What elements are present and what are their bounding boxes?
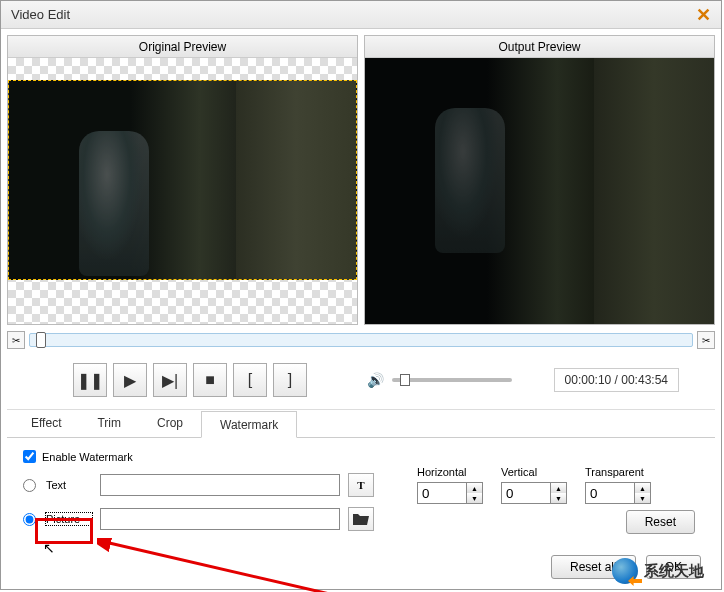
annotation-arrow — [97, 538, 357, 592]
tab-trim[interactable]: Trim — [79, 410, 139, 437]
playback-controls: ❚❚ ▶ ▶| ■ [ ] 🔊 00:00:10 / 00:43:54 — [7, 355, 715, 410]
vertical-down[interactable]: ▼ — [551, 493, 566, 503]
volume-thumb[interactable] — [400, 374, 410, 386]
svg-line-0 — [105, 542, 347, 592]
volume-icon[interactable]: 🔊 — [367, 372, 384, 388]
brand-text: 系统天地 — [644, 562, 704, 581]
timeline-track[interactable] — [29, 333, 693, 347]
text-style-button[interactable]: T — [348, 473, 374, 497]
tab-watermark[interactable]: Watermark — [201, 411, 297, 438]
scissors-right-icon[interactable]: ✂ — [697, 331, 715, 349]
enable-watermark-checkbox[interactable] — [23, 450, 36, 463]
scissors-left-icon[interactable]: ✂ — [7, 331, 25, 349]
original-preview-label: Original Preview — [8, 36, 357, 58]
mark-out-button[interactable]: ] — [273, 363, 307, 397]
horizontal-label: Horizontal — [417, 466, 483, 478]
timecode-display: 00:00:10 / 00:43:54 — [554, 368, 679, 392]
cursor-icon: ↖ — [43, 540, 55, 556]
tab-effect[interactable]: Effect — [13, 410, 79, 437]
enable-watermark-label: Enable Watermark — [42, 451, 133, 463]
text-radio-label: Text — [46, 479, 92, 491]
brand-watermark: 系统天地 — [612, 558, 704, 584]
stop-button[interactable]: ■ — [193, 363, 227, 397]
horizontal-down[interactable]: ▼ — [467, 493, 482, 503]
vertical-up[interactable]: ▲ — [551, 483, 566, 493]
original-preview-body[interactable] — [8, 58, 357, 324]
folder-icon — [352, 512, 370, 526]
text-input[interactable] — [100, 474, 340, 496]
titlebar: Video Edit ✕ — [1, 1, 721, 29]
text-radio[interactable] — [23, 479, 36, 492]
original-preview-box: Original Preview — [7, 35, 358, 325]
mark-in-button[interactable]: [ — [233, 363, 267, 397]
transparent-up[interactable]: ▲ — [635, 483, 650, 493]
close-icon[interactable]: ✕ — [696, 4, 711, 26]
transparent-label: Transparent — [585, 466, 651, 478]
vertical-input[interactable] — [501, 482, 551, 504]
horizontal-up[interactable]: ▲ — [467, 483, 482, 493]
tabs: Effect Trim Crop Watermark — [7, 410, 715, 438]
transparent-input[interactable] — [585, 482, 635, 504]
output-preview-label: Output Preview — [365, 36, 714, 58]
globe-icon — [612, 558, 638, 584]
output-preview-box: Output Preview — [364, 35, 715, 325]
tab-crop[interactable]: Crop — [139, 410, 201, 437]
step-button[interactable]: ▶| — [153, 363, 187, 397]
transparent-down[interactable]: ▼ — [635, 493, 650, 503]
browse-picture-button[interactable] — [348, 507, 374, 531]
volume-slider[interactable] — [392, 378, 512, 382]
picture-radio-label: Picture — [46, 513, 92, 525]
pause-button[interactable]: ❚❚ — [73, 363, 107, 397]
vertical-label: Vertical — [501, 466, 567, 478]
picture-radio[interactable] — [23, 513, 36, 526]
original-video-frame — [8, 80, 357, 280]
timeline-thumb[interactable] — [36, 332, 46, 348]
window-title: Video Edit — [11, 7, 70, 22]
reset-button[interactable]: Reset — [626, 510, 695, 534]
horizontal-input[interactable] — [417, 482, 467, 504]
play-button[interactable]: ▶ — [113, 363, 147, 397]
picture-input[interactable] — [100, 508, 340, 530]
output-preview-body — [365, 58, 714, 324]
